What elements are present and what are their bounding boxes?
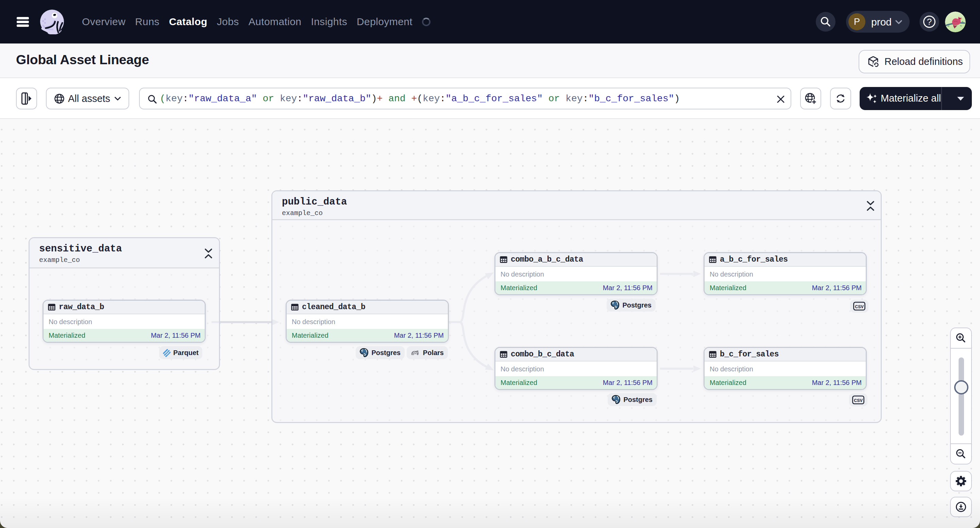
svg-text:CSV: CSV [855,304,864,309]
svg-text:?: ? [927,17,932,27]
svg-text:CSV: CSV [854,398,863,403]
